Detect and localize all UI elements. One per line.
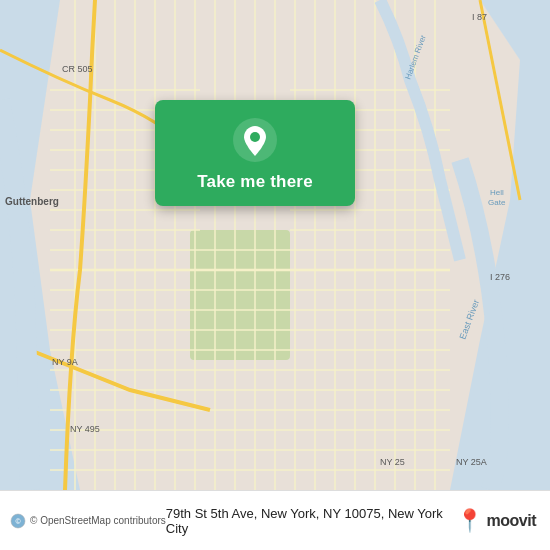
svg-text:NY 25: NY 25 — [380, 457, 405, 467]
svg-text:I 87: I 87 — [472, 12, 487, 22]
svg-text:NY 495: NY 495 — [70, 424, 100, 434]
osm-attribution: © © OpenStreetMap contributors — [10, 513, 166, 529]
svg-text:CR 505: CR 505 — [62, 64, 93, 74]
location-pin-icon — [233, 118, 277, 162]
osm-attribution-text: © OpenStreetMap contributors — [30, 515, 166, 526]
osm-logo: © — [10, 513, 26, 529]
footer-bar: © © OpenStreetMap contributors 79th St 5… — [0, 490, 550, 550]
svg-text:I 276: I 276 — [490, 272, 510, 282]
address-text: 79th St 5th Ave, New York, NY 10075, New… — [166, 506, 456, 536]
address-block: 79th St 5th Ave, New York, NY 10075, New… — [166, 506, 456, 536]
svg-text:NY 25A: NY 25A — [456, 457, 487, 467]
svg-point-63 — [250, 132, 260, 142]
svg-text:Guttenberg: Guttenberg — [5, 196, 59, 207]
map-background: NY 9A NY 495 CR 505 I 87 I 276 NY 25 NY … — [0, 0, 550, 490]
moovit-label: moovit — [487, 512, 536, 530]
svg-text:Hell: Hell — [490, 188, 504, 197]
map-container: NY 9A NY 495 CR 505 I 87 I 276 NY 25 NY … — [0, 0, 550, 490]
svg-text:Gate: Gate — [488, 198, 506, 207]
svg-text:©: © — [15, 518, 21, 525]
moovit-pin-icon: 📍 — [456, 508, 483, 534]
cta-card[interactable]: Take me there — [155, 100, 355, 206]
moovit-branding: 📍 moovit — [456, 508, 536, 534]
cta-label: Take me there — [197, 172, 313, 192]
svg-text:NY 9A: NY 9A — [52, 357, 78, 367]
